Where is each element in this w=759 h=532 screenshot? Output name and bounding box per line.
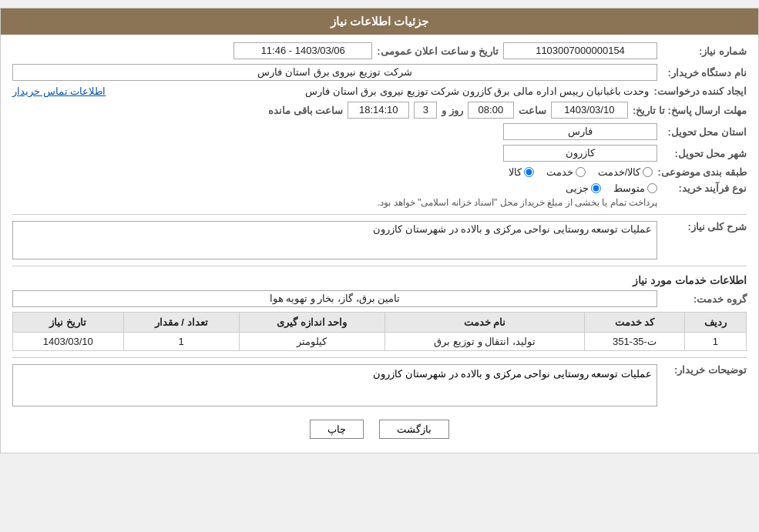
response-deadline-label: مهلت ارسال پاسخ: تا تاریخ: [633, 105, 747, 116]
category-option-kala[interactable]: کالا [509, 166, 534, 178]
action-buttons: بازگشت چاپ [12, 420, 747, 439]
cell-date: 1403/03/10 [13, 333, 124, 351]
deadline-remaining-label: ساعت باقی مانده [268, 105, 343, 116]
creator-label: ایجاد کننده درخواست: [653, 85, 747, 97]
deadline-remaining: 18:14:10 [348, 102, 409, 119]
category-option-khadamat[interactable]: خدمت [546, 166, 586, 178]
purchase-type-radio-group: متوسط جزیی [12, 182, 657, 194]
cell-name: تولید، انتقال و توزیع برق [385, 333, 585, 351]
need-number-label: شماره نیاز: [662, 45, 747, 57]
col-header-name: نام خدمت [385, 313, 585, 333]
deadline-days-label: روز و [442, 105, 463, 116]
cell-code: ت-35-351 [585, 333, 684, 351]
purchase-type-label: نوع فرآیند خرید: [662, 182, 747, 194]
creator-value: وحدت باغبانیان رییس اداره مالی برق کازرو… [110, 85, 649, 97]
category-radio-group: کالا/خدمت خدمت کالا [509, 166, 653, 178]
purchase-notice: پرداخت تمام یا بخشی از مبلغ خریداز محل "… [12, 197, 657, 208]
cell-row: 1 [684, 333, 746, 351]
deadline-time-label: ساعت [519, 105, 546, 116]
cell-unit: کیلومتر [239, 333, 385, 351]
category-option-kala-khadamat[interactable]: کالا/خدمت [598, 166, 653, 178]
col-header-count: تعداد / مقدار [123, 313, 239, 333]
buyer-notes-textarea[interactable] [12, 364, 657, 407]
city-label: شهر محل تحویل: [662, 148, 747, 159]
deadline-date: 1403/03/10 [551, 102, 628, 119]
services-table: ردیف کد خدمت نام خدمت واحد اندازه گیری ت… [12, 312, 747, 351]
contact-link[interactable]: اطلاعات تماس خریدار [12, 85, 106, 97]
col-header-date: تاریخ نیاز [13, 313, 124, 333]
general-desc-value: عملیات توسعه روستایی نواحی مرکزی و بالاد… [12, 221, 657, 259]
page-header: جزئیات اطلاعات نیاز [1, 8, 758, 35]
deadline-time: 08:00 [468, 102, 514, 119]
col-header-unit: واحد اندازه گیری [239, 313, 385, 333]
col-header-code: کد خدمت [585, 313, 684, 333]
need-number-value: 1103007000000154 [503, 42, 657, 59]
page-title: جزئیات اطلاعات نیاز [331, 15, 428, 28]
purchase-type-jozii[interactable]: جزیی [566, 182, 601, 194]
print-button[interactable]: چاپ [310, 420, 364, 439]
announce-date-value: 1403/03/06 - 11:46 [233, 42, 372, 59]
province-label: استان محل تحویل: [662, 126, 747, 138]
province-value: فارس [503, 123, 657, 140]
announce-date-label: تاریخ و ساعت اعلان عمومی: [377, 45, 499, 57]
city-value: کازرون [503, 145, 657, 162]
buyer-notes-label: توضیحات خریدار: [662, 364, 747, 376]
service-group-label: گروه خدمت: [662, 293, 747, 305]
col-header-row: ردیف [684, 313, 746, 333]
cell-count: 1 [123, 333, 239, 351]
table-row: 1 ت-35-351 تولید، انتقال و توزیع برق کیل… [13, 333, 747, 351]
buyer-org-label: نام دستگاه خریدار: [662, 67, 747, 79]
buyer-org-value: شرکت توزیع نیروی برق استان فارس [12, 64, 657, 81]
back-button[interactable]: بازگشت [379, 420, 449, 439]
service-group-value: تامین برق، گاز، بخار و تهویه هوا [12, 290, 657, 307]
general-desc-label: شرح کلی نیاز: [662, 221, 747, 233]
purchase-type-motavaset[interactable]: متوسط [613, 182, 657, 194]
category-label: طبقه بندی موضوعی: [657, 166, 747, 178]
deadline-days: 3 [414, 102, 437, 119]
services-section-title: اطلاعات خدمات مورد نیاز [12, 274, 747, 286]
